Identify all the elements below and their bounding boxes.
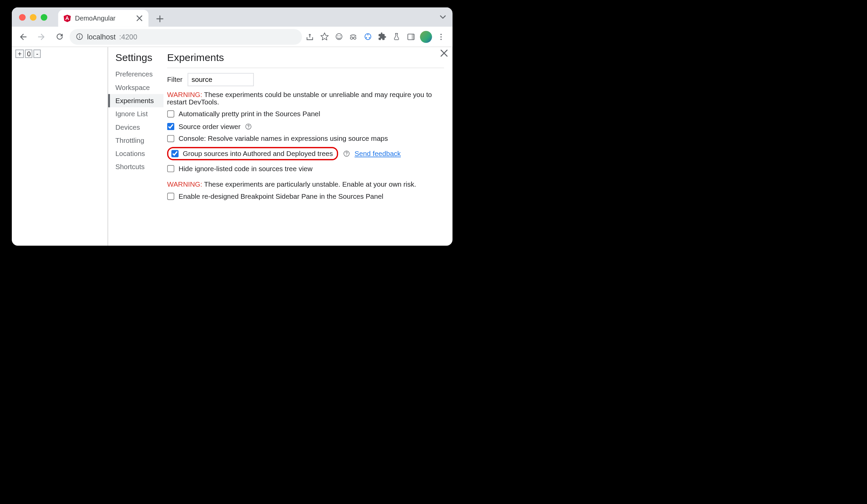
checkbox-hide-ignore[interactable] (167, 165, 174, 172)
checkbox-breakpoint-sidebar[interactable] (167, 193, 174, 200)
help-icon[interactable] (342, 150, 350, 157)
maximize-window-button[interactable] (41, 14, 47, 21)
nav-throttling[interactable]: Throttling (108, 134, 163, 147)
close-window-button[interactable] (19, 14, 25, 21)
devtools-settings-panel: Settings Preferences Workspace Experimen… (108, 47, 453, 245)
nav-ignore-list[interactable]: Ignore List (108, 107, 163, 120)
divider (167, 68, 444, 68)
warning-very-unstable: WARNING: These experiments are particula… (167, 180, 444, 188)
svg-point-12 (368, 37, 370, 38)
svg-point-18 (441, 39, 442, 40)
tab-title: DemoAngular (75, 14, 132, 22)
bookmark-star-icon[interactable] (319, 31, 330, 42)
svg-point-3 (79, 35, 80, 36)
angular-icon (63, 14, 72, 23)
label-breakpoint-sidebar: Enable re-designed Breakpoint Sidebar Pa… (179, 193, 383, 200)
svg-rect-4 (79, 36, 80, 39)
checkbox-pretty-print[interactable] (167, 110, 174, 117)
svg-point-11 (367, 34, 368, 35)
toolbar-actions (304, 31, 449, 43)
close-tab-button[interactable] (135, 14, 143, 23)
settings-sidebar: Settings Preferences Workspace Experimen… (108, 47, 163, 245)
send-feedback-link[interactable]: Send feedback (355, 150, 401, 157)
checkbox-group-sources[interactable] (171, 150, 178, 157)
back-button[interactable] (15, 29, 31, 44)
svg-point-8 (350, 37, 353, 39)
help-icon[interactable] (245, 122, 253, 130)
minimize-window-button[interactable] (30, 14, 37, 21)
svg-point-17 (441, 36, 442, 37)
settings-main: Experiments Filter WARNING: These experi… (163, 47, 452, 245)
close-settings-button[interactable] (441, 50, 448, 57)
checkbox-source-order[interactable] (167, 123, 174, 130)
nav-shortcuts[interactable]: Shortcuts (108, 160, 163, 174)
kebab-menu-icon[interactable] (436, 31, 446, 42)
window-controls (15, 8, 54, 26)
extension-face-icon[interactable] (333, 31, 344, 42)
browser-toolbar: localhost:4200 (12, 26, 452, 47)
share-icon[interactable] (304, 31, 315, 42)
warning-unstable: WARNING: These experiments could be unst… (167, 91, 444, 106)
nav-workspace[interactable]: Workspace (108, 81, 163, 94)
increment-button[interactable]: + (15, 50, 24, 58)
svg-point-13 (365, 37, 366, 38)
nav-devices[interactable]: Devices (108, 121, 163, 134)
url-port: :4200 (119, 32, 138, 41)
reload-button[interactable] (52, 29, 67, 44)
decrement-button[interactable]: - (34, 50, 41, 58)
nav-locations[interactable]: Locations (108, 147, 163, 160)
address-bar[interactable]: localhost:4200 (69, 29, 302, 44)
label-console-resolve: Console: Resolve variable names in expre… (179, 135, 388, 142)
label-pretty-print: Automatically pretty print in the Source… (179, 110, 320, 117)
nav-experiments[interactable]: Experiments (108, 94, 163, 107)
tab-strip: DemoAngular (12, 8, 452, 26)
label-hide-ignore: Hide ignore-listed code in sources tree … (179, 165, 312, 172)
svg-point-9 (354, 37, 356, 39)
settings-title: Settings (108, 52, 163, 67)
site-info-icon[interactable] (75, 33, 83, 41)
side-panel-icon[interactable] (406, 31, 416, 42)
extension-incognito-icon[interactable] (348, 31, 358, 42)
experiments-title: Experiments (167, 52, 444, 64)
url-host: localhost (87, 32, 116, 41)
counter-value: 0 (25, 50, 32, 58)
window-dropdown[interactable] (439, 8, 446, 26)
svg-point-22 (346, 155, 347, 155)
checkbox-console-resolve[interactable] (167, 135, 174, 142)
forward-button[interactable] (33, 29, 49, 44)
filter-label: Filter (167, 76, 183, 83)
filter-input[interactable] (188, 73, 254, 86)
page-content: + 0 - (12, 47, 108, 245)
extensions-puzzle-icon[interactable] (376, 31, 387, 42)
extension-labs-icon[interactable] (391, 31, 402, 42)
nav-preferences[interactable]: Preferences (108, 68, 163, 81)
svg-point-7 (340, 35, 341, 36)
profile-avatar[interactable] (420, 31, 432, 43)
svg-point-16 (441, 33, 442, 35)
svg-rect-15 (411, 34, 414, 40)
browser-tab[interactable]: DemoAngular (58, 10, 149, 26)
label-group-sources: Group sources into Authored and Deployed… (183, 150, 333, 157)
svg-point-20 (248, 127, 249, 128)
new-tab-button[interactable] (152, 11, 168, 26)
extension-redux-icon[interactable] (362, 31, 373, 42)
svg-point-6 (337, 35, 338, 36)
label-source-order: Source order viewer (179, 123, 241, 130)
highlighted-experiment: Group sources into Authored and Deployed… (167, 147, 339, 160)
